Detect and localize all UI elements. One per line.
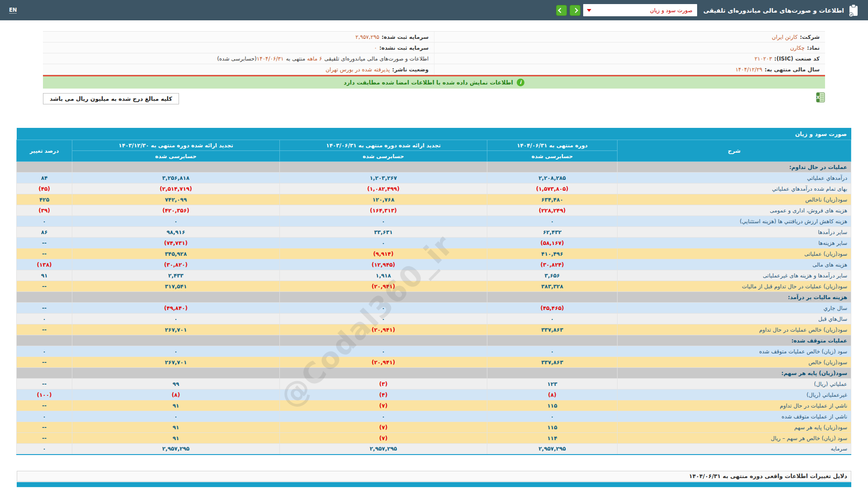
row-value: -- — [17, 303, 72, 314]
row-value: ۴۲۵ — [17, 194, 72, 205]
row-value: ۰ — [17, 314, 72, 324]
row-label: سود(زيان) پایه هر سهم: — [618, 368, 851, 379]
table-row: غیرعملیاتي (ريال)(۸)(۴)(۸)(۱۰۰) — [17, 389, 851, 400]
row-value: (۸) — [487, 389, 618, 400]
col-subheader-audited: حسابرسی شده — [487, 151, 618, 162]
top-bar: اطلاعات و صورت‌های مالی میاندوره‌ای تلفی… — [0, 0, 868, 20]
row-value: (۳۹) — [17, 205, 72, 216]
row-label: عملیات متوقف شده: — [618, 335, 851, 346]
row-label: عملياتي (ريال) — [618, 379, 851, 389]
row-value: (۱۲,۹۴۵) — [280, 259, 487, 270]
note-row: X کلیه مبالغ درج شده به میلیون ریال می ب… — [43, 93, 825, 104]
row-value: -- — [17, 238, 72, 249]
row-value — [280, 335, 487, 346]
row-value: -- — [17, 249, 72, 259]
row-value: (۲۰,۹۴۱) — [280, 357, 487, 368]
info-icon: i — [517, 79, 524, 86]
row-value: (۳۰,۸۲۰) — [72, 259, 280, 270]
row-value: ۹۱ — [72, 400, 280, 411]
issuer-status-label: وضعیت ناشر: — [392, 66, 429, 73]
row-value: -- — [17, 281, 72, 292]
row-value: (۳) — [280, 379, 487, 389]
row-value: (۱,۰۸۲,۴۹۹) — [280, 183, 487, 194]
table-row: هزینه مالیات بر درآمد: — [17, 292, 851, 303]
svg-text:X: X — [816, 95, 820, 100]
issuer-status-cell: وضعیت ناشر: پذیرفته شده در بورس تهران — [43, 64, 434, 75]
row-value: (۴۵,۴۶۵) — [487, 303, 618, 314]
row-value: (۱۳۸) — [17, 259, 72, 270]
row-value: (۴) — [280, 389, 487, 400]
row-value: ۰ — [280, 411, 487, 422]
row-value: ۱۱۵ — [487, 422, 618, 433]
row-value: ۰ — [280, 314, 487, 324]
fiscal-year-value: ۱۴۰۴/۱۲/۲۹ — [736, 66, 763, 73]
table-row: سود(زيان) عملیاتی۴۱۰,۴۹۶(۹,۹۱۴)۳۴۵,۹۲۸-- — [17, 249, 851, 259]
table-row: ناشي از عملیات متوقف شده۰۰۰۰ — [17, 411, 851, 422]
row-value: (۲۰,۹۴۱) — [280, 281, 487, 292]
row-label: سود(زيان) ناخالص — [618, 194, 851, 205]
row-label: سرمایه — [618, 444, 851, 455]
footer-section: دلایل تغییرات اطلاعات واقعی دوره منتهی ب… — [17, 471, 851, 487]
fiscal-year-cell: سال مالی منتهی به: ۱۴۰۴/۱۲/۲۹ — [434, 64, 825, 75]
row-value: ۳۳,۶۳۱ — [280, 227, 487, 238]
row-value: (۱,۵۷۳,۸۰۵) — [487, 183, 618, 194]
row-value — [72, 368, 280, 379]
row-value: (۱۰۰) — [17, 389, 72, 400]
row-value: ۰ — [72, 346, 280, 357]
row-value: ۱,۲۰۳,۲۶۷ — [280, 173, 487, 183]
row-value: ۹۱ — [72, 433, 280, 444]
row-value: ۲۶۷,۷۰۱ — [72, 357, 280, 368]
signed-info-banner: i اطلاعات نمایش داده شده با اطلاعات امضا… — [43, 76, 825, 89]
row-value: (۷) — [280, 422, 487, 433]
next-report-button[interactable] — [570, 5, 580, 16]
excel-export-icon[interactable]: X — [816, 92, 825, 104]
row-value: ۲,۹۵۷,۲۹۵ — [487, 444, 618, 455]
table-row: بهای تمام شده درآمدهاي عملياتي(۱,۵۷۳,۸۰۵… — [17, 183, 851, 194]
income-statement: صورت سود و زیان شرح دوره منتهی به ۱۴۰۴/۰… — [17, 128, 851, 455]
table-row: سود(زيان) عملیات در حال تداوم قبل از مال… — [17, 281, 851, 292]
row-value — [72, 335, 280, 346]
chevron-left-icon — [558, 8, 563, 13]
table-row: عملياتي (ريال)۱۲۳(۳)۹۹-- — [17, 379, 851, 389]
table-row: سود (زیان) خالص عملیات متوقف شده۰۰۰۰ — [17, 346, 851, 357]
statement-table: شرح دوره منتهی به ۱۴۰۴/۰۶/۳۱ تجدید ارائه… — [16, 140, 851, 455]
table-row: سود(زيان) پایه هر سهم۱۱۵(۷)۹۱-- — [17, 422, 851, 433]
row-value: ۱۲۳ — [487, 379, 618, 389]
table-row: سود(زيان) پایه هر سهم: — [17, 368, 851, 379]
row-value: -- — [17, 433, 72, 444]
row-value: ۰ — [280, 238, 487, 249]
report-period-date: ۱۴۰۴/۰۶/۳۱ — [257, 56, 284, 62]
row-value: -- — [17, 379, 72, 389]
row-value: ۲,۹۵۷,۲۹۵ — [72, 444, 280, 455]
row-value: ۳,۶۵۶ — [487, 270, 618, 281]
statement-header: شرح دوره منتهی به ۱۴۰۴/۰۶/۳۱ تجدید ارائه… — [17, 140, 851, 162]
language-toggle-en[interactable]: EN — [9, 7, 17, 14]
row-value: ۲۶۷,۷۰۱ — [72, 324, 280, 335]
row-label: سود(زيان) پایه هر سهم — [618, 422, 851, 433]
row-value: ۰ — [487, 314, 618, 324]
row-value: (۵۸,۱۶۷) — [487, 238, 618, 249]
row-value: ۹۹ — [72, 379, 280, 389]
col-header-prior-period: تجدید ارائه شده دوره منتهی به ۱۴۰۳/۰۶/۳۱ — [280, 140, 487, 151]
row-label: سود(زيان) عملیات در حال تداوم قبل از مال… — [618, 281, 851, 292]
row-value: ۲,۴۳۳ — [72, 270, 280, 281]
row-value — [72, 162, 280, 173]
row-value: (۳۰,۸۲۴) — [487, 259, 618, 270]
report-select-value: صورت سود و زیان — [650, 7, 693, 14]
chevron-right-icon — [573, 8, 578, 13]
row-label: درآمدهاي عملياتي — [618, 173, 851, 183]
row-value: ۰ — [280, 346, 487, 357]
currency-note: کلیه مبالغ درج شده به میلیون ریال می باش… — [43, 93, 179, 104]
unregistered-capital-label: سرمایه ثبت نشده: — [379, 45, 429, 51]
row-label: سود (زیان) خالص هر سهم – ریال — [618, 433, 851, 444]
col-header-annual-period: تجدید ارائه شده دوره منتهی به ۱۴۰۳/۱۲/۳۰ — [72, 140, 280, 151]
row-value — [280, 162, 487, 173]
issuer-status-value: پذیرفته شده در بورس تهران — [326, 66, 390, 73]
row-value: ۰ — [280, 303, 487, 314]
prev-report-button[interactable] — [556, 5, 567, 16]
row-value: ۰ — [487, 411, 618, 422]
page-title: اطلاعات و صورت‌های مالی میاندوره‌ای تلفی… — [703, 7, 844, 14]
row-label: ناشي از عملیات متوقف شده — [618, 411, 851, 422]
table-row: درآمدهاي عملياتي۲,۲۰۸,۲۸۵۱,۲۰۳,۲۶۷۳,۲۵۶,… — [17, 173, 851, 183]
report-select[interactable]: صورت سود و زیان — [583, 4, 697, 16]
